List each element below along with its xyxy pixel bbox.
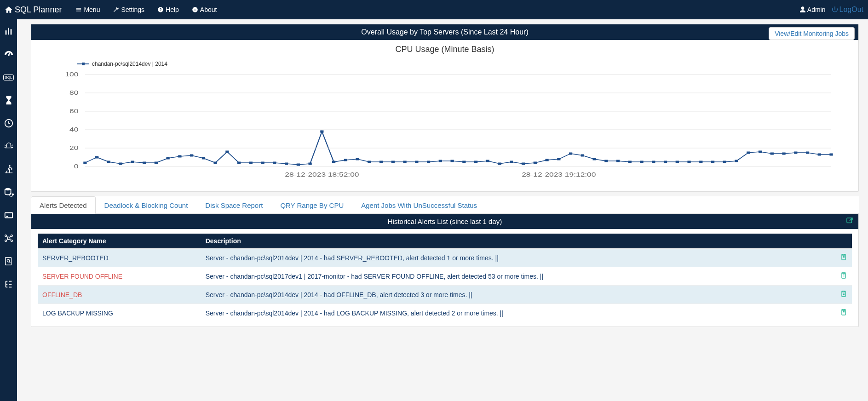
sidebar-bell[interactable] [3,141,14,152]
svg-rect-50 [285,163,288,165]
sidebar-clock[interactable] [3,118,14,129]
logout-link[interactable]: LogOut [831,6,863,14]
svg-text:40: 40 [69,126,78,133]
table-row: OFFLINE_DBServer - chandan-pc\sql2014dev… [38,286,852,304]
open-external-icon[interactable] [845,217,854,226]
svg-rect-35 [107,161,110,163]
user-area: Admin LogOut [799,6,863,14]
svg-rect-67 [486,160,489,162]
alert-category: LOG BACKUP MISSING [38,304,201,322]
svg-rect-6 [10,29,11,34]
nav-about-label: About [200,6,217,13]
row-action-icon[interactable] [835,267,852,286]
legend-swatch [77,63,89,64]
overview-header: Overall Usage by Top Servers (Since Last… [31,24,858,40]
svg-rect-58 [379,161,383,163]
tab-deadlock-blocking-count[interactable]: Deadlock & Blocking Count [96,196,197,214]
col-alert-category-name: Alert Category Name [38,234,201,249]
svg-rect-72 [545,159,548,161]
sql-icon: SQL [3,74,13,80]
brand-text: SQL Planner [15,5,62,15]
tabs-bar: Alerts DetectedDeadlock & Blocking Count… [31,196,859,214]
table-row: LOG BACKUP MISSINGServer - chandan-pc\sq… [38,304,852,322]
disk-icon [4,210,14,220]
svg-rect-66 [474,161,477,163]
svg-rect-33 [83,162,86,164]
svg-text:60: 60 [69,108,78,115]
svg-rect-43 [202,157,205,160]
sidebar-tree[interactable] [3,279,14,290]
svg-rect-34 [95,156,98,159]
table-row: SERVER FOUND OFFLINEServer - chandan-pc\… [38,267,852,286]
sidebar-hourglass[interactable] [3,95,14,106]
svg-rect-4 [5,30,6,34]
tab-alerts-detected[interactable]: Alerts Detected [31,196,96,214]
sidebar: SQL [0,19,17,336]
sidebar-gauge[interactable] [3,49,14,60]
clock-icon [4,118,14,128]
svg-rect-85 [699,161,702,163]
svg-rect-75 [581,155,584,157]
sidebar-bars[interactable] [3,26,14,37]
tab-agent-jobs-with-unsuccessful-status[interactable]: Agent Jobs With UnSuccessful Status [352,196,486,214]
svg-rect-88 [735,160,738,162]
svg-rect-94 [806,152,809,154]
bars-icon [4,26,14,36]
nav-about[interactable]: i About [192,6,217,13]
power-icon [831,6,839,13]
svg-text:i: i [195,8,195,12]
svg-rect-96 [829,154,833,156]
svg-text:20: 20 [69,145,78,151]
nav-settings[interactable]: Settings [113,6,144,13]
nav-menu[interactable]: Menu [75,6,100,13]
svg-rect-42 [190,155,193,157]
svg-rect-70 [522,163,525,165]
svg-rect-93 [794,152,797,154]
row-action-icon[interactable] [835,286,852,304]
svg-rect-41 [178,155,181,158]
sidebar-sql[interactable]: SQL [3,72,14,83]
svg-rect-62 [427,161,430,163]
svg-rect-19 [5,258,11,265]
nav-settings-label: Settings [121,6,144,13]
svg-rect-84 [687,161,690,163]
tab-qry-range-by-cpu[interactable]: QRY Range By CPU [271,196,352,214]
svg-rect-12 [5,213,12,218]
svg-text:80: 80 [69,90,78,96]
hourglass-icon [4,95,14,105]
row-action-icon[interactable] [835,249,852,267]
legend-label: chandan-pc\sql2014dev | 2014 [92,61,167,67]
svg-rect-48 [261,162,264,164]
nav-help[interactable]: ? Help [157,6,179,13]
doc-search-icon [4,256,14,266]
sidebar-db[interactable] [3,187,14,198]
svg-rect-76 [592,158,596,160]
sidebar-run[interactable] [3,164,14,175]
svg-rect-68 [498,163,501,165]
bell-icon [4,141,14,151]
svg-text:28-12-2023 18:52:00: 28-12-2023 18:52:00 [285,172,359,178]
alert-category: SERVER FOUND OFFLINE [38,267,201,286]
sidebar-disk[interactable] [3,210,14,221]
svg-text:?: ? [160,8,162,12]
tab-disk-space-report[interactable]: Disk Space Report [196,196,271,214]
row-action-icon[interactable] [835,304,852,322]
sidebar-nodes[interactable] [3,233,14,244]
gauge-icon [4,49,14,59]
svg-rect-56 [356,158,359,160]
svg-rect-80 [640,161,643,163]
user-icon [799,6,806,13]
svg-rect-51 [297,164,300,166]
user-link[interactable]: Admin [799,6,826,13]
chart-legend: chandan-pc\sql2014dev | 2014 [77,61,845,67]
sidebar-docsearch[interactable] [3,256,14,267]
nav-help-label: Help [166,6,179,13]
svg-rect-69 [510,161,513,163]
svg-rect-92 [782,153,785,155]
info-icon: i [192,6,198,13]
help-icon: ? [157,6,164,13]
brand-logo[interactable]: SQL Planner [5,5,62,15]
view-edit-jobs-button[interactable]: View/Edit Monitoring Jobs [769,27,855,40]
svg-rect-77 [604,160,608,162]
svg-rect-74 [569,153,572,155]
